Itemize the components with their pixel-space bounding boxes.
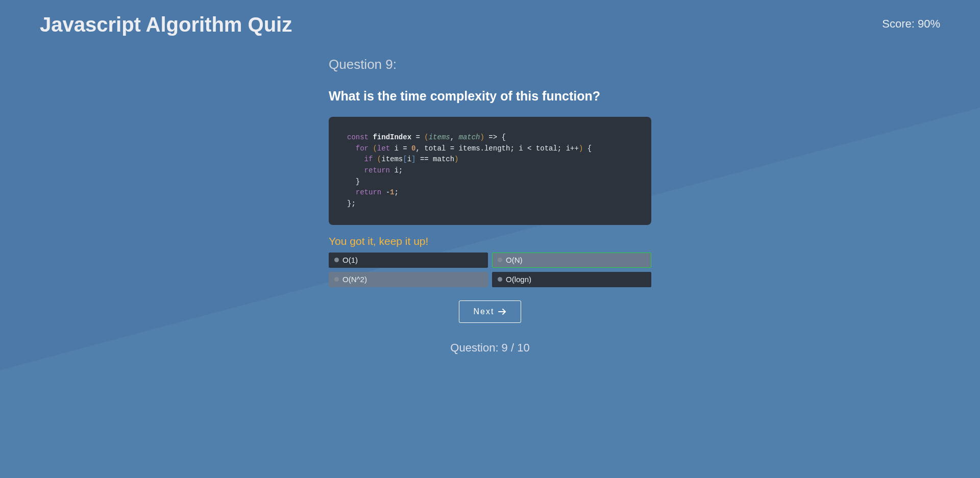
radio-icon: [334, 258, 339, 262]
header: Javascript Algorithm Quiz Score: 90%: [0, 0, 980, 36]
answer-option-1[interactable]: O(N): [492, 253, 651, 268]
answer-options: O(1)O(N)O(N^2)O(logn): [329, 253, 651, 287]
next-button[interactable]: Next: [459, 300, 522, 323]
question-prompt: What is the time complexity of this func…: [329, 89, 651, 104]
answer-option-3[interactable]: O(logn): [492, 272, 651, 287]
radio-icon: [498, 258, 502, 262]
quiz-container: Question 9: What is the time complexity …: [329, 57, 651, 375]
question-number-label: Question 9:: [329, 57, 651, 72]
feedback-message: You got it, keep it up!: [329, 235, 651, 247]
answer-option-label: O(N): [506, 256, 523, 264]
radio-icon: [334, 277, 339, 282]
arrow-right-icon: [498, 308, 506, 315]
answer-option-label: O(N^2): [342, 275, 367, 283]
answer-option-label: O(logn): [506, 275, 531, 283]
answer-option-2[interactable]: O(N^2): [329, 272, 488, 287]
next-button-label: Next: [474, 307, 495, 316]
code-snippet: const findIndex = (items, match) => { fo…: [329, 117, 651, 225]
answer-option-label: O(1): [342, 256, 358, 264]
score-display: Score: 90%: [882, 17, 940, 31]
radio-icon: [498, 277, 502, 282]
answer-option-0[interactable]: O(1): [329, 253, 488, 268]
question-progress: Question: 9 / 10: [329, 341, 651, 355]
page-title: Javascript Algorithm Quiz: [40, 13, 292, 36]
